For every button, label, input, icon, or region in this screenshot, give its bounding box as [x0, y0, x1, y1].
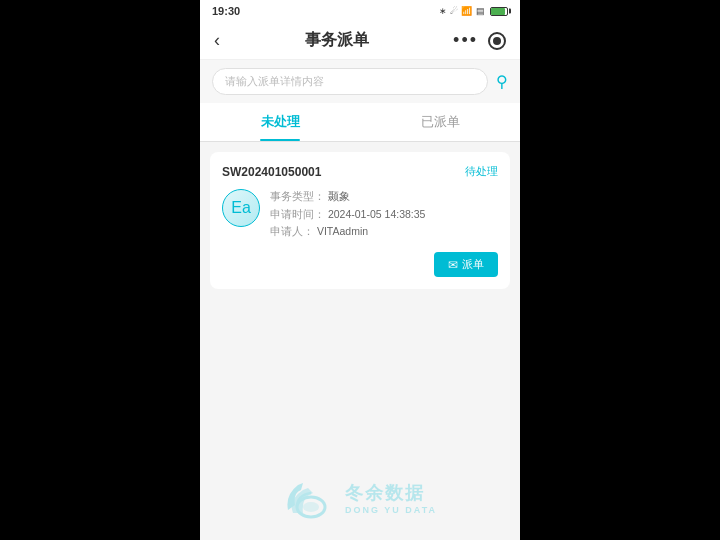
content-area: SW202401050001 待处理 Ea 事务类型： 颞象 申请时间： 202… [200, 142, 520, 455]
tab-pending[interactable]: 未处理 [200, 103, 360, 141]
card-icon-text: Ea [231, 199, 251, 217]
card-body: Ea 事务类型： 颞象 申请时间： 2024-01-05 14:38:35 申请… [222, 189, 498, 242]
card-type-row: 事务类型： 颞象 [270, 189, 498, 204]
applicant-value: VITAadmin [317, 225, 368, 237]
status-bar: 19:30 ∗ ☄ 📶 ▤ [200, 0, 520, 22]
approve-button[interactable]: ✉ 派单 [434, 252, 498, 277]
time-label: 申请时间： [270, 208, 325, 220]
page-title: 事务派单 [305, 30, 369, 51]
battery-icon [490, 7, 508, 16]
phone-frame: 19:30 ∗ ☄ 📶 ▤ ‹ 事务派单 ••• 请输入派单详情内容 ⚲ 未处理 [200, 0, 520, 540]
watermark-en-text: DONG YU DATA [345, 505, 437, 515]
record-button[interactable] [488, 32, 506, 50]
card-status[interactable]: 待处理 [465, 164, 498, 179]
applicant-label: 申请人： [270, 225, 314, 237]
signal-bars-icon: ▤ [475, 6, 486, 16]
type-label: 事务类型： [270, 190, 325, 202]
approve-icon: ✉ [448, 258, 458, 272]
status-time: 19:30 [212, 5, 240, 17]
header: ‹ 事务派单 ••• [200, 22, 520, 60]
bluetooth-icon: ∗ [439, 6, 447, 16]
card-applicant-row: 申请人： VITAadmin [270, 224, 498, 239]
watermark: 冬余数据 DONG YU DATA [283, 475, 437, 520]
search-icon[interactable]: ⚲ [496, 72, 508, 91]
search-input-wrap[interactable]: 请输入派单详情内容 [212, 68, 488, 95]
watermark-cn-text: 冬余数据 [345, 481, 437, 505]
watermark-text: 冬余数据 DONG YU DATA [345, 481, 437, 515]
tab-dispatched-label: 已派单 [421, 114, 460, 129]
more-options-button[interactable]: ••• [453, 30, 478, 51]
tab-dispatched[interactable]: 已派单 [360, 103, 520, 141]
svg-point-1 [303, 502, 319, 512]
card-header: SW202401050001 待处理 [222, 164, 498, 179]
tabs: 未处理 已派单 [200, 103, 520, 142]
time-value: 2024-01-05 14:38:35 [328, 208, 426, 220]
tab-pending-label: 未处理 [261, 114, 300, 129]
card-info: 事务类型： 颞象 申请时间： 2024-01-05 14:38:35 申请人： … [270, 189, 498, 242]
approve-label: 派单 [462, 257, 484, 272]
search-bar: 请输入派单详情内容 ⚲ [200, 60, 520, 103]
status-icons: ∗ ☄ 📶 ▤ [439, 6, 509, 16]
search-placeholder: 请输入派单详情内容 [225, 74, 324, 89]
battery-fill [491, 8, 505, 15]
card-time-row: 申请时间： 2024-01-05 14:38:35 [270, 207, 498, 222]
wifi-icon: 📶 [461, 6, 472, 16]
card-id: SW202401050001 [222, 165, 321, 179]
header-actions: ••• [453, 30, 506, 51]
signal-icon: ☄ [450, 6, 458, 16]
back-button[interactable]: ‹ [214, 30, 220, 51]
card-icon: Ea [222, 189, 260, 227]
task-card: SW202401050001 待处理 Ea 事务类型： 颞象 申请时间： 202… [210, 152, 510, 289]
watermark-area: 冬余数据 DONG YU DATA [200, 455, 520, 540]
card-footer: ✉ 派单 [222, 252, 498, 277]
watermark-logo-icon [283, 475, 333, 520]
type-value: 颞象 [328, 190, 350, 202]
